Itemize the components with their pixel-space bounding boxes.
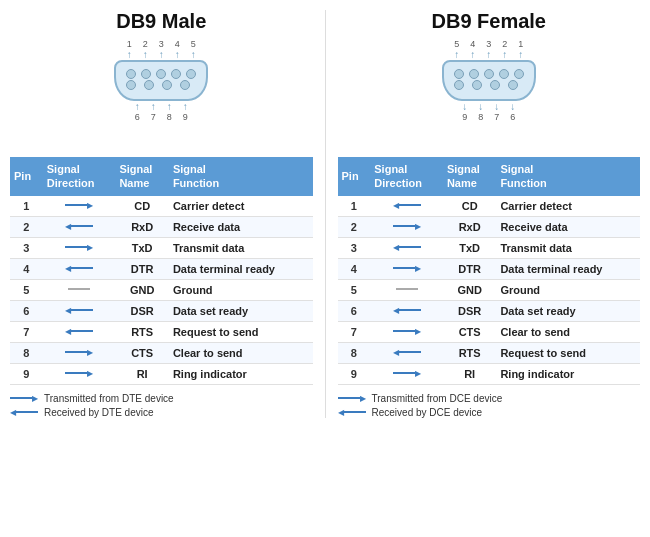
pin-dot [144,80,154,90]
legend-transmitted-label: Transmitted from DTE device [44,393,174,404]
top-pin-numbers-female: 5 4 3 2 1 [449,39,529,49]
bottom-arrows-female: ↓ ↓ ↓ ↓ [457,101,521,112]
left-arrow-icon [393,200,421,210]
pin-number: 3 [10,237,43,258]
left-arrow-icon [393,242,421,252]
pin-number: 6 [338,300,371,321]
pin-number: 7 [338,321,371,342]
signal-direction-cell [370,237,443,258]
col-pin: Pin [10,157,43,196]
db9-male-legend: Transmitted from DTE device Received by … [10,393,313,418]
right-arrow-icon [65,347,93,357]
pin-dot [126,80,136,90]
connector-body-female [442,60,536,101]
signal-name-cell: RxD [443,216,496,237]
left-arrow-icon [65,263,93,273]
signal-function-cell: Transmit data [169,237,313,258]
col-signal-name-f: SignalName [443,157,496,196]
pin-dot [171,69,181,79]
pin-dot [490,80,500,90]
col-signal-direction-f: SignalDirection [370,157,443,196]
db9-male-diagram: 1 2 3 4 5 ↑ ↑ ↑ ↑ ↑ [10,39,313,149]
table-row: 7RTSRequest to send [10,321,313,342]
signal-name-cell: DTR [115,258,168,279]
table-row: 4DTRData terminal ready [10,258,313,279]
bottom-arrows: ↑ ↑ ↑ ↑ [129,101,193,112]
table-row: 6DSRData set ready [338,300,641,321]
right-arrow-icon [65,368,93,378]
legend-item-received-f: Received by DCE device [338,407,641,418]
table-row: 1CDCarrier detect [10,196,313,217]
signal-direction-cell [370,216,443,237]
legend-received-label-f: Received by DCE device [372,407,483,418]
db9-female-connector-wrap: 5 4 3 2 1 ↑ ↑ ↑ ↑ ↑ [424,39,554,149]
pin-number: 4 [338,258,371,279]
table-row: 4DTRData terminal ready [338,258,641,279]
signal-direction-cell [43,258,116,279]
left-arrow-icon [393,347,421,357]
signal-direction-cell [43,196,116,217]
pin-dot [180,80,190,90]
db9-male-title: DB9 Male [10,10,313,33]
table-row: 2RxDReceive data [10,216,313,237]
signal-name-cell: RI [443,363,496,384]
pin-number: 3 [338,237,371,258]
signal-name-cell: CD [115,196,168,217]
dash-arrow-icon [393,284,421,294]
table-row: 9RIRing indicator [338,363,641,384]
col-signal-function: SignalFunction [169,157,313,196]
legend-item-transmitted: Transmitted from DTE device [10,393,313,404]
signal-function-cell: Data set ready [169,300,313,321]
signal-function-cell: Ring indicator [496,363,640,384]
signal-name-cell: GND [115,279,168,300]
table-row: 7CTSClear to send [338,321,641,342]
table-row: 6DSRData set ready [10,300,313,321]
bottom-pin-numbers-female: 9 8 7 6 [457,112,521,122]
pin-row-bottom-female [454,80,524,90]
table-row: 5GNDGround [338,279,641,300]
col-signal-function-f: SignalFunction [496,157,640,196]
signal-function-cell: Carrier detect [496,196,640,217]
pin-number: 9 [338,363,371,384]
signal-function-cell: Clear to send [496,321,640,342]
signal-direction-cell [43,237,116,258]
table-row: 9RIRing indicator [10,363,313,384]
signal-name-cell: TxD [443,237,496,258]
col-signal-direction: SignalDirection [43,157,116,196]
table-header-row-female: Pin SignalDirection SignalName SignalFun… [338,157,641,196]
pin-number: 2 [338,216,371,237]
db9-male-table: Pin SignalDirection SignalName SignalFun… [10,157,313,385]
legend-received-label: Received by DTE device [44,407,154,418]
signal-function-cell: Ground [496,279,640,300]
table-row: 3TxDTransmit data [338,237,641,258]
db9-male-connector-wrap: 1 2 3 4 5 ↑ ↑ ↑ ↑ ↑ [96,39,226,149]
signal-name-cell: TxD [115,237,168,258]
pin-dot [514,69,524,79]
pin-dot [499,69,509,79]
pin-dot [141,69,151,79]
signal-direction-cell [370,196,443,217]
pin-number: 8 [10,342,43,363]
signal-function-cell: Data terminal ready [496,258,640,279]
signal-name-cell: DSR [115,300,168,321]
dash-arrow-icon [65,284,93,294]
top-pin-numbers: 1 2 3 4 5 [121,39,201,49]
table-row: 8RTSRequest to send [338,342,641,363]
pin-row-top-female [454,69,524,79]
signal-direction-cell [43,321,116,342]
signal-name-cell: RxD [115,216,168,237]
pin-number: 9 [10,363,43,384]
pin-dot [472,80,482,90]
legend-item-received: Received by DTE device [10,407,313,418]
signal-function-cell: Request to send [169,321,313,342]
pin-dot [126,69,136,79]
right-arrow-icon-f [338,393,366,403]
signal-function-cell: Receive data [169,216,313,237]
table-row: 5GNDGround [10,279,313,300]
table-header-row: Pin SignalDirection SignalName SignalFun… [10,157,313,196]
signal-direction-cell [43,279,116,300]
signal-function-cell: Clear to send [169,342,313,363]
pin-dot [484,69,494,79]
left-arrow-icon [65,326,93,336]
signal-function-cell: Request to send [496,342,640,363]
